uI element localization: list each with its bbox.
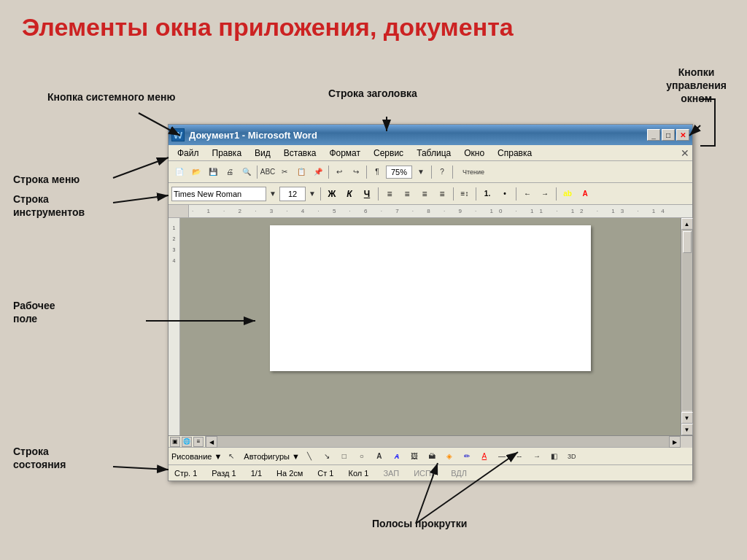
toolbar-pilcrow[interactable]: ¶ (369, 164, 385, 180)
arrow-toolbar (113, 195, 169, 203)
autoshapes-menu[interactable]: Автофигуры ▼ (244, 452, 300, 461)
app-icon[interactable]: W (171, 128, 185, 141)
menu-help[interactable]: Справка (492, 147, 538, 160)
sep-fmt4 (476, 187, 476, 201)
font-color-btn2[interactable]: A (476, 448, 492, 464)
toolbar-save[interactable]: 💾 (205, 164, 221, 180)
toolbar-zoom-down[interactable]: ▼ (413, 164, 429, 180)
menu-format[interactable]: Формат (323, 147, 366, 160)
align-left[interactable]: ≡ (382, 187, 398, 201)
scroll-up-button[interactable]: ▲ (681, 218, 693, 230)
hscroll-track[interactable] (217, 436, 669, 447)
toolbar-cut[interactable]: ✂ (276, 164, 293, 180)
menu-window[interactable]: Окно (458, 147, 490, 160)
toolbar-print[interactable]: 🖨 (222, 164, 238, 180)
separator1 (257, 166, 258, 179)
drawing-toolbar: Рисование ▼ ↖ Автофигуры ▼ ╲ ↘ □ ○ A A 🖼… (169, 447, 692, 464)
status-extend: ВДЛ (451, 469, 467, 478)
toolbar-open[interactable]: 📂 (188, 164, 204, 180)
line-spacing[interactable]: ≡↕ (457, 187, 473, 201)
cursor-btn[interactable]: ↖ (223, 448, 239, 464)
sep-fmt2 (378, 187, 379, 201)
menu-close-button[interactable]: ✕ (681, 147, 689, 159)
label-window-ctrl: Кнопки управления окном (666, 66, 727, 106)
close-button[interactable]: ✕ (676, 129, 689, 141)
toolbar-reading[interactable]: Чтение (455, 164, 492, 180)
menu-insert[interactable]: Вставка (278, 147, 322, 160)
maximize-button[interactable]: □ (662, 129, 675, 141)
line-style-btn[interactable]: — (494, 448, 510, 464)
view-outline[interactable]: ≡ (193, 437, 204, 447)
toolbar-redo[interactable]: ↪ (348, 164, 364, 180)
3d-btn[interactable]: 3D (564, 448, 580, 464)
toolbar-preview[interactable]: 🔍 (239, 164, 255, 180)
label-system-menu: Кнопка системного меню (47, 91, 175, 104)
align-center[interactable]: ≡ (399, 187, 415, 201)
scrollbar-track[interactable] (682, 230, 692, 411)
toolbar-paste[interactable]: 📌 (310, 164, 326, 180)
toolbar-spell[interactable]: ABC (260, 164, 276, 180)
align-justify[interactable]: ≡ (434, 187, 450, 201)
menu-bar: Файл Правка Вид Вставка Формат Сервис Та… (169, 145, 692, 161)
arrow-btn[interactable]: ↘ (319, 448, 335, 464)
align-right[interactable]: ≡ (417, 187, 433, 201)
font-name-select[interactable]: Times New Roman (171, 187, 266, 201)
dash-style-btn[interactable]: -- (511, 448, 527, 464)
separator5 (452, 166, 453, 179)
textbox-btn[interactable]: A (371, 448, 387, 464)
minimize-button[interactable]: _ (647, 129, 660, 141)
label-menu-bar: Строка меню (13, 174, 80, 186)
zoom-input[interactable] (386, 166, 412, 179)
scrollbar-thumb[interactable] (683, 231, 692, 253)
bold-button[interactable]: Ж (324, 187, 340, 201)
hscroll-right[interactable]: ▶ (669, 436, 681, 448)
fill-color-btn[interactable]: ◈ (441, 448, 457, 464)
view-web[interactable]: 🌐 (182, 437, 192, 447)
word-window: W Документ1 - Microsoft Word _ □ ✕ Файл … (168, 124, 693, 481)
line-btn[interactable]: ╲ (301, 448, 317, 464)
scroll-down-button[interactable]: ▼ (681, 412, 693, 424)
toolbar-undo[interactable]: ↩ (331, 164, 347, 180)
outdent[interactable]: ← (519, 187, 535, 201)
font-size-dropdown[interactable]: ▼ (307, 186, 317, 202)
toolbar-copy[interactable]: 📋 (293, 164, 309, 180)
menu-tools[interactable]: Сервис (368, 147, 409, 160)
toolbar-new[interactable]: 📄 (171, 164, 187, 180)
rect-btn[interactable]: □ (336, 448, 352, 464)
font-size-input[interactable] (279, 187, 306, 201)
sep-fmt5 (516, 187, 516, 201)
font-name-dropdown[interactable]: ▼ (268, 186, 278, 202)
highlight[interactable]: ab (560, 187, 576, 201)
label-work-area: Рабочее поле (13, 299, 55, 325)
clipart-btn[interactable]: 🖼 (406, 448, 422, 464)
wordart-btn[interactable]: A (389, 448, 405, 464)
hscroll-left[interactable]: ◀ (206, 436, 217, 448)
menu-view[interactable]: Вид (249, 147, 276, 160)
menu-file[interactable]: Файл (171, 147, 205, 160)
line-color-btn[interactable]: ✏ (459, 448, 475, 464)
document-area: 1 2 3 4 ▲ ▼ ▼ (169, 218, 692, 435)
scroll-down2-button[interactable]: ▼ (681, 424, 693, 435)
italic-button[interactable]: К (341, 187, 357, 201)
shadow-btn[interactable]: ◧ (546, 448, 562, 464)
label-toolbar: Строка инструментов (13, 192, 85, 219)
picture-btn[interactable]: 🏔 (424, 448, 440, 464)
menu-edit[interactable]: Правка (206, 147, 248, 160)
arrow-style-btn[interactable]: → (529, 448, 545, 464)
arrow-status-bar (113, 467, 169, 470)
toolbar-help[interactable]: ? (434, 164, 450, 180)
numbering[interactable]: 1. (479, 187, 495, 201)
status-position: На 2см (276, 469, 303, 478)
vertical-ruler: 1 2 3 4 (169, 218, 180, 435)
underline-button[interactable]: Ч (359, 187, 375, 201)
oval-btn[interactable]: ○ (354, 448, 370, 464)
horizontal-scrollbar-area: ▣ 🌐 ≡ ◀ ▶ (169, 435, 692, 447)
indent[interactable]: → (537, 187, 553, 201)
status-pages: 1/1 (251, 469, 262, 478)
hscroll-corner (681, 436, 692, 448)
drawing-menu[interactable]: Рисование ▼ (171, 452, 222, 461)
bullets[interactable]: • (497, 187, 513, 201)
menu-table[interactable]: Таблица (411, 147, 457, 160)
view-normal[interactable]: ▣ (170, 437, 180, 447)
font-color[interactable]: A (577, 187, 593, 201)
